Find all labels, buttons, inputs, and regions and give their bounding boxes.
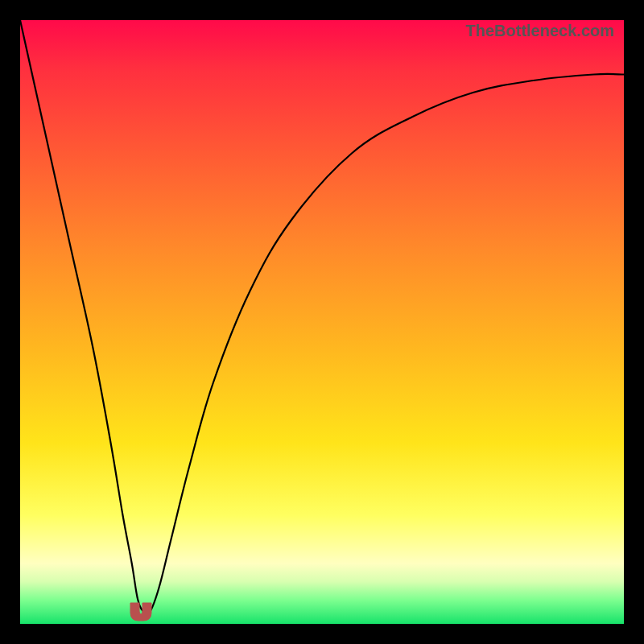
bottleneck-curve	[20, 20, 624, 614]
watermark-text: TheBottleneck.com	[466, 22, 614, 40]
curve-minimum-marker	[130, 603, 151, 621]
curve-layer	[20, 20, 624, 624]
plot-area: TheBottleneck.com	[20, 20, 624, 624]
chart-frame: TheBottleneck.com	[0, 0, 644, 644]
